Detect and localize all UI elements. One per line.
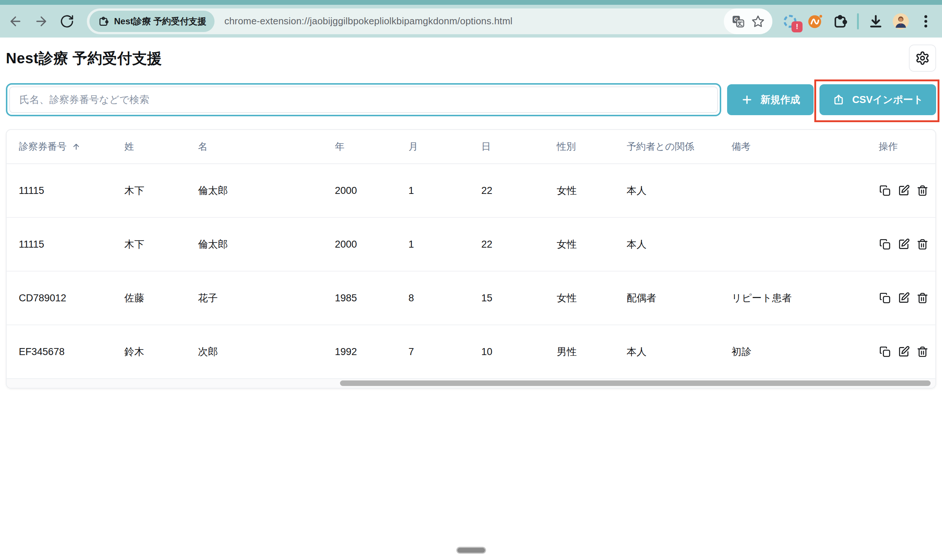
cell-month: 1: [396, 217, 469, 271]
cell-first-name: 倫太郎: [186, 164, 323, 217]
cell-year: 2000: [323, 164, 396, 217]
cell-operations: [867, 325, 935, 378]
delete-icon[interactable]: [916, 238, 929, 251]
delete-icon[interactable]: [916, 292, 929, 304]
upload-icon: [832, 94, 845, 106]
patients-table: 診察券番号 姓 名 年 月 日 性別 予約者との関係 備考 操作 11115 木…: [7, 130, 935, 379]
cell-month: 1: [396, 164, 469, 217]
patients-table-card: 診察券番号 姓 名 年 月 日 性別 予約者との関係 備考 操作 11115 木…: [6, 129, 936, 389]
page-header: Nest診療 予約受付支援: [6, 44, 936, 72]
table-row: 11115 木下 倫太郎 2000 1 22 女性 本人: [7, 164, 935, 217]
cell-last-name: 木下: [112, 164, 186, 217]
cell-first-name: 倫太郎: [186, 217, 323, 271]
toolbar-divider: [857, 13, 859, 29]
nav-icons: [8, 14, 74, 29]
table-header-row: 診察券番号 姓 名 年 月 日 性別 予約者との関係 備考 操作: [7, 130, 935, 164]
copy-icon[interactable]: [879, 292, 891, 304]
gear-icon: [915, 51, 930, 66]
column-header-gender: 性別: [545, 130, 614, 164]
toolbar-right: !: [782, 13, 934, 29]
table-row: EF345678 鈴木 次郎 1992 7 10 男性 本人 初診: [7, 325, 935, 378]
cell-card-number: CD789012: [7, 271, 112, 325]
cell-year: 2000: [323, 217, 396, 271]
search-focus-ring: [6, 83, 721, 116]
horizontal-scrollbar-thumb[interactable]: [340, 380, 931, 386]
cell-gender: 女性: [545, 271, 614, 325]
cell-note: リピート患者: [719, 271, 867, 325]
column-header-last-name: 姓: [112, 130, 186, 164]
copy-icon[interactable]: [879, 238, 891, 251]
column-header-month: 月: [396, 130, 469, 164]
column-header-card-number[interactable]: 診察券番号: [7, 130, 112, 164]
copy-icon[interactable]: [879, 346, 891, 358]
csv-import-button[interactable]: CSVインポート: [819, 84, 936, 115]
cell-last-name: 鈴木: [112, 325, 186, 378]
extensions-puzzle-icon[interactable]: [832, 13, 848, 29]
page-title: Nest診療 予約受付支援: [6, 48, 162, 68]
downloads-icon[interactable]: [868, 13, 884, 29]
edit-icon[interactable]: [897, 292, 910, 304]
home-indicator: [456, 547, 486, 554]
cell-relation: 本人: [614, 217, 719, 271]
settings-button[interactable]: [909, 45, 936, 72]
cell-relation: 本人: [614, 325, 719, 378]
extension-name-chip[interactable]: Nest診療 予約受付支援: [89, 11, 214, 32]
edit-icon[interactable]: [897, 184, 910, 197]
cell-last-name: 木下: [112, 217, 186, 271]
delete-icon[interactable]: [916, 184, 929, 197]
horizontal-scrollbar-track[interactable]: [7, 379, 935, 388]
cell-first-name: 次郎: [186, 325, 323, 378]
create-new-label: 新規作成: [760, 93, 800, 106]
cell-card-number: 11115: [7, 217, 112, 271]
create-new-button[interactable]: 新規作成: [727, 84, 814, 115]
profile-avatar[interactable]: [893, 13, 909, 29]
copy-icon[interactable]: [879, 184, 891, 197]
cell-card-number: EF345678: [7, 325, 112, 378]
edit-icon[interactable]: [897, 238, 910, 251]
browser-toolbar: Nest診療 予約受付支援 chrome-extension://jaobijg…: [0, 5, 942, 37]
edit-icon[interactable]: [897, 346, 910, 358]
browser-menu-kebab-icon[interactable]: [918, 13, 934, 29]
cell-relation: 本人: [614, 164, 719, 217]
url-text: chrome-extension://jaobijggilbpokepliolk…: [225, 15, 724, 27]
cell-operations: [867, 164, 935, 217]
search-row: 新規作成 CSVインポート: [6, 83, 936, 116]
cell-day: 22: [469, 217, 545, 271]
cell-gender: 女性: [545, 164, 614, 217]
search-input[interactable]: [9, 86, 718, 113]
cell-year: 1985: [323, 271, 396, 325]
cell-card-number: 11115: [7, 164, 112, 217]
orange-wave-extension-icon[interactable]: [807, 13, 823, 29]
cell-operations: [867, 271, 935, 325]
back-icon[interactable]: [8, 14, 23, 29]
extension-name-label: Nest診療 予約受付支援: [114, 15, 206, 27]
cell-note: 初診: [719, 325, 867, 378]
cell-note: [719, 217, 867, 271]
csv-import-wrap: CSVインポート: [819, 84, 936, 115]
cell-last-name: 佐藤: [112, 271, 186, 325]
column-header-note: 備考: [719, 130, 867, 164]
swirl-extension-icon[interactable]: !: [782, 13, 798, 29]
csv-import-label: CSVインポート: [852, 93, 923, 106]
address-bar[interactable]: Nest診療 予約受付支援 chrome-extension://jaobijg…: [87, 8, 773, 34]
forward-icon[interactable]: [34, 14, 49, 29]
column-header-first-name: 名: [186, 130, 323, 164]
cell-first-name: 花子: [186, 271, 323, 325]
options-page: Nest診療 予約受付支援 新規作成 CSVインポート: [0, 44, 942, 389]
bookmark-star-icon[interactable]: [751, 14, 765, 28]
translate-icon[interactable]: G: [731, 14, 745, 28]
cell-month: 8: [396, 271, 469, 325]
cell-month: 7: [396, 325, 469, 378]
table-row: CD789012 佐藤 花子 1985 8 15 女性 配偶者 リピート患者: [7, 271, 935, 325]
column-header-relation: 予約者との関係: [614, 130, 719, 164]
reload-icon[interactable]: [60, 14, 74, 29]
table-row: 11115 木下 倫太郎 2000 1 22 女性 本人: [7, 217, 935, 271]
notification-badge: !: [791, 22, 802, 32]
column-header-year: 年: [323, 130, 396, 164]
cell-relation: 配偶者: [614, 271, 719, 325]
cell-day: 22: [469, 164, 545, 217]
cell-year: 1992: [323, 325, 396, 378]
delete-icon[interactable]: [916, 346, 929, 358]
plus-icon: [741, 94, 753, 106]
cell-day: 10: [469, 325, 545, 378]
